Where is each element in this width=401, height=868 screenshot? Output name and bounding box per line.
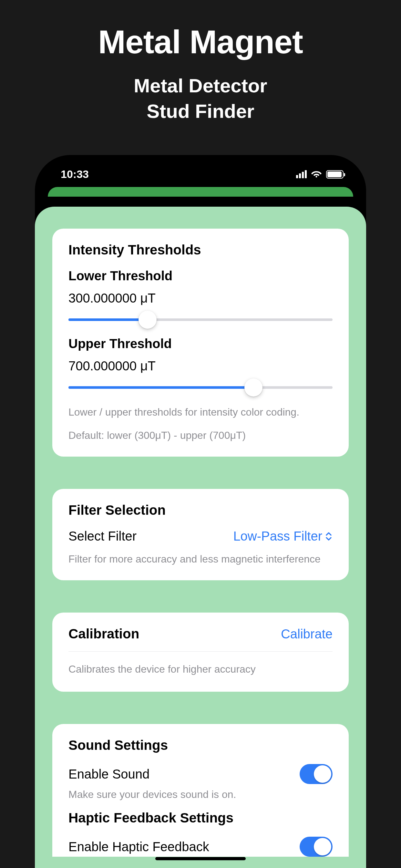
enable-haptic-toggle[interactable] xyxy=(300,837,333,857)
app-subtitle-1: Metal Detector xyxy=(0,74,401,97)
calibration-footer-text: Calibrates the device for higher accurac… xyxy=(68,661,333,677)
upper-threshold-label: Upper Threshold xyxy=(68,337,333,351)
filter-value-text: Low-Pass Filter xyxy=(233,529,322,544)
wifi-icon xyxy=(311,170,321,179)
enable-sound-label: Enable Sound xyxy=(68,767,150,781)
lower-threshold-slider[interactable] xyxy=(68,318,333,321)
calibration-title: Calibration xyxy=(68,626,139,642)
haptic-title: Haptic Feedback Settings xyxy=(68,810,333,826)
filter-footer: Filter for more accuracy and less magnet… xyxy=(68,551,333,567)
calibrate-button[interactable]: Calibrate xyxy=(281,627,333,641)
intensity-footer: Lower / upper thresholds for intensity c… xyxy=(68,404,333,443)
nav-strip xyxy=(48,187,353,197)
status-bar: 10:33 xyxy=(35,155,366,187)
upper-threshold-slider[interactable] xyxy=(68,386,333,389)
chevron-up-down-icon xyxy=(325,531,333,541)
filter-value[interactable]: Low-Pass Filter xyxy=(233,529,333,544)
content-area[interactable]: Intensity Thresholds Lower Threshold 300… xyxy=(35,207,366,868)
intensity-footer-2: Default: lower (300μT) - upper (700μT) xyxy=(68,428,333,443)
promo-header: Metal Magnet Metal Detector Stud Finder xyxy=(0,0,401,122)
battery-icon xyxy=(326,170,343,179)
home-indicator[interactable] xyxy=(155,857,246,860)
filter-label: Select Filter xyxy=(68,529,136,544)
status-icons xyxy=(296,170,343,179)
cellular-icon xyxy=(296,170,307,178)
calibration-footer: Calibrates the device for higher accurac… xyxy=(68,661,333,677)
filter-card: Filter Selection Select Filter Low-Pass … xyxy=(52,489,349,580)
app-title: Metal Magnet xyxy=(0,23,401,61)
lower-threshold-value: 300.000000 μT xyxy=(68,291,333,306)
app-subtitle-2: Stud Finder xyxy=(0,100,401,122)
lower-threshold-label: Lower Threshold xyxy=(68,269,333,283)
sound-title: Sound Settings xyxy=(68,738,333,753)
enable-haptic-row: Enable Haptic Feedback xyxy=(68,837,333,857)
intensity-title: Intensity Thresholds xyxy=(68,242,333,258)
sound-card: Sound Settings Enable Sound Make sure yo… xyxy=(52,724,349,857)
filter-footer-text: Filter for more accuracy and less magnet… xyxy=(68,551,333,567)
enable-sound-row: Enable Sound xyxy=(68,764,333,784)
intensity-card: Intensity Thresholds Lower Threshold 300… xyxy=(52,228,349,457)
phone-frame: 10:33 Intensity Thresholds Lower Thresho… xyxy=(35,155,366,868)
sound-hint: Make sure your devices sound is on. xyxy=(68,788,333,801)
upper-threshold-value: 700.000000 μT xyxy=(68,359,333,373)
calibration-card: Calibration Calibrate Calibrates the dev… xyxy=(52,613,349,692)
intensity-footer-1: Lower / upper thresholds for intensity c… xyxy=(68,404,333,420)
enable-haptic-label: Enable Haptic Feedback xyxy=(68,840,209,854)
filter-title: Filter Selection xyxy=(68,502,333,518)
filter-select-row[interactable]: Select Filter Low-Pass Filter xyxy=(68,529,333,544)
status-time: 10:33 xyxy=(61,168,89,181)
enable-sound-toggle[interactable] xyxy=(300,764,333,784)
